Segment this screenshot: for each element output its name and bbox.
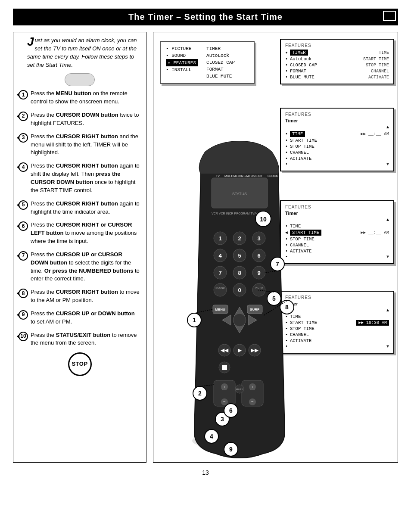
svg-text:+: + bbox=[224, 385, 226, 389]
intro-body: ust as you would an alarm clock, you can… bbox=[27, 37, 137, 68]
panel-2-up-arrow: ▲ bbox=[285, 125, 389, 130]
svg-text:4: 4 bbox=[218, 252, 222, 259]
svg-text:MUTE: MUTE bbox=[236, 388, 243, 391]
step-1: 1 Press the MENU button on the remote co… bbox=[19, 90, 141, 106]
menu-right-closedcap: CLOSED CAP bbox=[206, 59, 235, 66]
step-2-content: Press the CURSOR DOWN button twice to hi… bbox=[31, 111, 141, 128]
remote-control-illustration: STATUS TV MULTIMEDIA STATUS/EXIT CLOCK V… bbox=[153, 139, 334, 462]
svg-text:◀◀: ◀◀ bbox=[221, 347, 229, 353]
svg-text:7: 7 bbox=[276, 261, 279, 268]
page-number: 13 bbox=[13, 469, 398, 476]
svg-text:+: + bbox=[252, 385, 254, 389]
svg-text:5: 5 bbox=[272, 295, 276, 302]
panel-1-row-closedcap: • CLOSED CAP STOP TIME bbox=[285, 62, 389, 68]
menu-item-sound: • SOUND bbox=[166, 52, 198, 59]
main-layout: J ust as you would an alarm clock, you c… bbox=[13, 32, 398, 463]
svg-text:▶▶: ▶▶ bbox=[251, 347, 259, 353]
svg-text:−: − bbox=[223, 399, 226, 404]
svg-text:VCR VCR INCR PROGRAM TV/VCR: VCR VCR INCR PROGRAM TV/VCR bbox=[212, 212, 262, 215]
menu-right-format: FORMAT bbox=[206, 66, 235, 73]
step-10-content: Press the STATUS/EXIT button to remove t… bbox=[31, 331, 141, 348]
svg-text:MENU: MENU bbox=[215, 308, 225, 311]
stop-badge: STOP bbox=[68, 352, 92, 376]
step-9-badge: 9 bbox=[19, 310, 28, 320]
step-4: 4 Press the CURSOR RIGHT button again to… bbox=[19, 162, 141, 194]
drop-cap: J bbox=[27, 36, 34, 48]
step-8-badge: 8 bbox=[19, 289, 28, 298]
step-4-badge: 4 bbox=[19, 162, 28, 172]
step-7-badge: 7 bbox=[19, 251, 28, 261]
instructions-column: J ust as you would an alarm clock, you c… bbox=[13, 32, 146, 463]
svg-text:CLOCK: CLOCK bbox=[268, 174, 278, 177]
menu-item-picture: • PICTURE bbox=[166, 45, 198, 52]
step-7-content: Press the CURSOR UP or CURSOR DOWN butto… bbox=[31, 251, 141, 283]
menu-right-bluemute: BLUE MUTE bbox=[206, 73, 235, 80]
svg-text:2: 2 bbox=[198, 390, 202, 397]
page-title: The Timer – Setting the Start Time bbox=[128, 12, 283, 22]
step-6-badge: 6 bbox=[19, 221, 28, 231]
svg-text:3: 3 bbox=[257, 235, 260, 242]
panel-1: FEATURES ✦ TIMER TIME • AutoLock START T… bbox=[280, 39, 394, 84]
svg-text:10: 10 bbox=[260, 216, 267, 223]
step-8: 8 Press the CURSOR RIGHT button to move … bbox=[19, 288, 141, 305]
menu-item-features: ✦ FEATURES bbox=[166, 59, 198, 66]
step-10: 10 Press the STATUS/EXIT button to remov… bbox=[19, 331, 141, 348]
step-6-content: Press the CURSOR RIGHT or CURSOR LEFT bu… bbox=[31, 221, 141, 246]
panel-1-header: FEATURES bbox=[285, 43, 389, 48]
title-bar: The Timer – Setting the Start Time bbox=[13, 9, 398, 25]
main-menu-left: • PICTURE • SOUND ✦ FEATURES • INSTALL bbox=[166, 45, 198, 80]
remote-small-icon bbox=[65, 73, 95, 86]
step-6: 6 Press the CURSOR RIGHT or CURSOR LEFT … bbox=[19, 221, 141, 246]
svg-text:1: 1 bbox=[218, 235, 221, 242]
step-1-content: Press the MENU button on the remote cont… bbox=[31, 90, 141, 106]
svg-text:0: 0 bbox=[238, 287, 241, 293]
page-corner bbox=[383, 11, 396, 21]
svg-text:6: 6 bbox=[257, 252, 260, 259]
svg-text:5: 5 bbox=[238, 252, 241, 259]
svg-text:3: 3 bbox=[221, 416, 224, 423]
main-menu-panel: • PICTURE • SOUND ✦ FEATURES • INSTALL T… bbox=[160, 41, 255, 84]
step-2: 2 Press the CURSOR DOWN button twice to … bbox=[19, 111, 141, 128]
stop-label: STOP bbox=[72, 360, 87, 368]
panel-1-row-autolock: • AutoLock START TIME bbox=[285, 56, 389, 62]
panel-1-row-timer: ✦ TIMER TIME bbox=[285, 49, 389, 56]
svg-text:1: 1 bbox=[193, 317, 196, 324]
step-10-badge: 10 bbox=[19, 332, 28, 341]
svg-text:TV: TV bbox=[216, 174, 220, 177]
svg-point-35 bbox=[233, 314, 246, 327]
svg-text:▶: ▶ bbox=[238, 347, 242, 353]
svg-text:MULTIMEDIA STATUS/EXIT: MULTIMEDIA STATUS/EXIT bbox=[224, 174, 263, 177]
step-8-content: Press the CURSOR RIGHT button to move to… bbox=[31, 288, 141, 305]
step-3: 3 Press the CURSOR RIGHT button and the … bbox=[19, 133, 141, 157]
svg-point-25 bbox=[214, 283, 227, 296]
svg-text:8: 8 bbox=[238, 270, 241, 276]
svg-text:STATUS: STATUS bbox=[232, 192, 247, 196]
panel-2-subheader: Timer bbox=[285, 118, 389, 123]
svg-text:9: 9 bbox=[229, 446, 233, 453]
svg-text:8: 8 bbox=[285, 304, 289, 311]
page-number-value: 13 bbox=[202, 469, 209, 476]
step-1-badge: 1 bbox=[19, 90, 28, 100]
diagram-column: • PICTURE • SOUND ✦ FEATURES • INSTALL T… bbox=[153, 32, 398, 463]
panel-2-header: FEATURES bbox=[285, 112, 389, 117]
panel-1-row-bluemute: • BLUE MUTE ACTIVATE bbox=[285, 74, 389, 80]
svg-text:−: − bbox=[251, 399, 254, 404]
step-5: 5 Press the CURSOR RIGHT button again to… bbox=[19, 200, 141, 216]
step-9: 9 Press the CURSOR UP or DOWN button to … bbox=[19, 310, 141, 326]
svg-text:SOUND: SOUND bbox=[215, 286, 225, 289]
page-container: The Timer – Setting the Start Time J ust… bbox=[0, 0, 411, 532]
svg-text:9: 9 bbox=[257, 270, 260, 276]
menu-item-install: • INSTALL bbox=[166, 66, 198, 73]
menu-right-timer: TIMER bbox=[206, 45, 235, 52]
step-7: 7 Press the CURSOR UP or CURSOR DOWN but… bbox=[19, 251, 141, 283]
step-5-badge: 5 bbox=[19, 200, 28, 210]
step-4-content: Press the CURSOR RIGHT button again to s… bbox=[31, 162, 141, 194]
panel-1-row-format: • FORMAT CHANNEL bbox=[285, 68, 389, 74]
step-3-badge: 3 bbox=[19, 133, 28, 143]
svg-text:2: 2 bbox=[238, 235, 241, 242]
step-3-content: Press the CURSOR RIGHT button and the me… bbox=[31, 133, 141, 157]
svg-text:PICTU: PICTU bbox=[255, 286, 263, 289]
step-2-badge: 2 bbox=[19, 112, 28, 121]
panel-2-row-time: • TIME ►► __:__ AM bbox=[285, 131, 389, 137]
svg-text:7: 7 bbox=[218, 270, 221, 276]
